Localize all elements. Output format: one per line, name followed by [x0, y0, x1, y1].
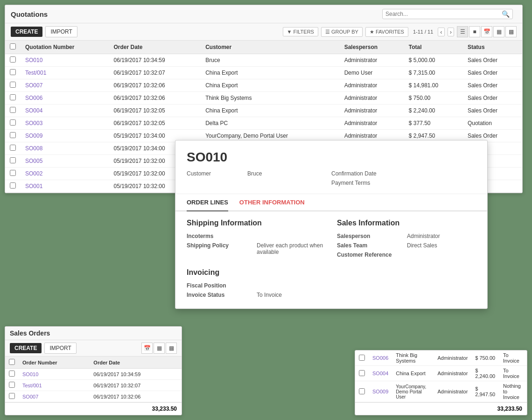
- payment-terms-label: Payment Terms: [331, 180, 392, 186]
- create-button[interactable]: CREATE: [11, 27, 42, 37]
- table-row: SO003 06/19/2017 10:32:05 Delta PC Admin…: [5, 117, 522, 130]
- col-header-status: Status: [463, 41, 522, 54]
- order-number-link[interactable]: SO002: [25, 170, 42, 177]
- pagination-info: 1-11 / 11: [413, 29, 433, 35]
- search-icon: 🔍: [502, 10, 510, 18]
- invoice-status-label: Invoice Status: [187, 292, 257, 298]
- import-button[interactable]: IMPORT: [45, 26, 77, 37]
- sales-orders-panel: Sales Orders CREATE IMPORT 📅 ▦ ▩ Order N…: [5, 326, 182, 415]
- so-import-button[interactable]: IMPORT: [44, 343, 76, 354]
- customer-reference-label: Customer Reference: [337, 252, 407, 258]
- table-header-row: Quotation Number Order Date Customer Sal…: [5, 41, 522, 54]
- filters-button[interactable]: ▼ FILTERS: [283, 27, 318, 36]
- so-create-button[interactable]: CREATE: [10, 343, 42, 353]
- incoterms-row: Incoterms: [187, 233, 326, 239]
- status: Sales Order: [463, 79, 522, 92]
- table-row: SO004 06/19/2017 10:32:05 China Export A…: [5, 105, 522, 117]
- order-number-link[interactable]: SO010: [25, 57, 42, 63]
- status: Sales Order: [463, 105, 522, 117]
- so-table-row: SO010 06/19/2017 10:34:59: [5, 369, 182, 380]
- fiscal-position-label: Fiscal Position: [187, 282, 257, 289]
- table-row: Test/001 06/19/2017 10:32:07 China Expor…: [5, 67, 522, 79]
- confirmation-date-row: Confirmation Date: [331, 170, 476, 177]
- table-row: SO010 06/19/2017 10:34:59 Bruce Administ…: [5, 54, 522, 67]
- row-checkbox[interactable]: [10, 145, 16, 151]
- sales-team-label: Sales Team: [337, 242, 407, 249]
- total: $ 14,981.00: [404, 79, 463, 92]
- sales-title: Sales Information: [337, 219, 476, 227]
- order-number-link[interactable]: SO008: [25, 145, 42, 152]
- total: $ 750.00: [404, 92, 463, 105]
- customer-field-row: Customer Bruce: [187, 170, 331, 177]
- col-header-total: Total: [404, 41, 463, 54]
- total: $ 5,000.00: [404, 54, 463, 67]
- order-number-link[interactable]: SO001: [25, 183, 42, 189]
- list-view-button[interactable]: ☰: [457, 26, 468, 37]
- order-number-link[interactable]: SO009: [25, 133, 42, 139]
- total: $ 7,315.00: [404, 67, 463, 79]
- sales-orders-table: Order Number Order Date SO010 06/19/2017…: [5, 357, 182, 402]
- order-number-link[interactable]: SO007: [25, 82, 42, 89]
- select-all-checkbox-header[interactable]: [5, 41, 21, 54]
- invoice-status-row: Invoice Status To Invoice: [187, 292, 326, 298]
- so-calendar-view[interactable]: 📅: [141, 343, 153, 354]
- shipping-policy-row: Shipping Policy Deliver each product whe…: [187, 242, 326, 255]
- order-number-link[interactable]: SO003: [25, 120, 42, 126]
- tab-other-information[interactable]: OTHER INFORMATION: [239, 194, 305, 211]
- so-select-all[interactable]: [5, 357, 19, 369]
- customer: Think Big Systems: [201, 92, 339, 105]
- col-header-salesperson: Salesperson: [340, 41, 404, 54]
- grid-view-button[interactable]: ■: [469, 26, 480, 37]
- so-right-total-value: 33,233.50: [497, 406, 522, 412]
- payment-terms-row: Payment Terms: [331, 180, 476, 186]
- so-chart-view[interactable]: ▩: [166, 343, 177, 354]
- invoicing-right: [337, 282, 476, 301]
- row-checkbox[interactable]: [10, 107, 16, 113]
- menu-icon: ☰: [325, 29, 330, 35]
- table-row: SO007 06/19/2017 10:32:06 China Export A…: [5, 79, 522, 92]
- popup-tabs: ORDER LINES OTHER INFORMATION: [175, 194, 487, 211]
- order-number-link[interactable]: SO005: [25, 158, 42, 164]
- customer: China Export: [201, 79, 339, 92]
- so-checkbox-all[interactable]: [9, 359, 15, 365]
- salesperson: Administrator: [340, 117, 404, 130]
- salesperson-label: Salesperson: [337, 233, 407, 239]
- row-checkbox[interactable]: [10, 69, 16, 75]
- incoterms-label: Incoterms: [187, 233, 257, 239]
- order-number-link[interactable]: SO006: [25, 95, 42, 101]
- info-sections: Shipping Information Incoterms Shipping …: [187, 219, 476, 261]
- table-row: SO004 China Export Administrator $ 2,240…: [355, 366, 527, 381]
- popup-order-number: SO010: [187, 150, 476, 165]
- row-checkbox[interactable]: [10, 132, 16, 138]
- row-checkbox[interactable]: [10, 170, 16, 176]
- status: Sales Order: [463, 67, 522, 79]
- row-checkbox[interactable]: [10, 82, 16, 88]
- col-header-date: Order Date: [109, 41, 201, 54]
- tab-order-lines[interactable]: ORDER LINES: [187, 194, 228, 211]
- favorites-button[interactable]: ★ FAVORITES: [365, 27, 408, 37]
- popup-body: Shipping Information Incoterms Shipping …: [175, 211, 487, 308]
- row-checkbox[interactable]: [10, 94, 16, 100]
- so-pivot-view[interactable]: ▦: [154, 343, 165, 354]
- customer-value: Bruce: [247, 170, 262, 177]
- group-by-button[interactable]: ☰ GROUP BY: [321, 27, 363, 37]
- search-input[interactable]: [385, 11, 502, 17]
- order-number-link[interactable]: SO004: [25, 107, 42, 114]
- table-row: SO006 06/19/2017 10:32:06 Think Big Syst…: [5, 92, 522, 105]
- row-checkbox[interactable]: [10, 119, 16, 126]
- so-header-row: Order Number Order Date: [5, 357, 182, 369]
- order-date: 06/19/2017 10:32:07: [109, 67, 201, 79]
- calendar-view-button[interactable]: 📅: [481, 26, 492, 37]
- pivot-view-button[interactable]: ▦: [493, 26, 504, 37]
- customer-reference-row: Customer Reference: [337, 252, 476, 258]
- row-checkbox[interactable]: [10, 182, 16, 189]
- chart-view-button[interactable]: ▩: [505, 26, 517, 37]
- row-checkbox[interactable]: [10, 56, 16, 63]
- prev-page-button[interactable]: ‹: [438, 28, 444, 36]
- popup-field-left: Customer Bruce: [187, 170, 331, 189]
- total: $ 377.50: [404, 117, 463, 130]
- row-checkbox[interactable]: [10, 157, 16, 163]
- next-page-button[interactable]: ›: [448, 28, 454, 36]
- select-all-checkbox[interactable]: [10, 43, 16, 49]
- order-number-link[interactable]: Test/001: [25, 70, 46, 76]
